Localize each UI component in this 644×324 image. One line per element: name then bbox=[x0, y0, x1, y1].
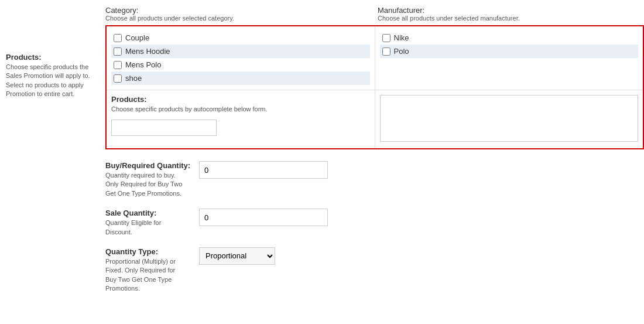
category-label-mens-polo: Mens Polo bbox=[125, 60, 161, 69]
manufacturer-label-polo: Polo bbox=[394, 47, 409, 56]
buy-required-qty-section: Buy/Required Quantity: Quantity required… bbox=[105, 161, 644, 198]
manufacturer-label-nike: Nike bbox=[394, 33, 409, 42]
manufacturer-header: Manufacturer: Choose all products under … bbox=[378, 6, 644, 22]
category-label-mens-hoodie: Mens Hoodie bbox=[125, 47, 170, 56]
sale-qty-desc1: Quantity Eligible for bbox=[105, 219, 193, 227]
sale-qty-input[interactable] bbox=[199, 209, 328, 226]
quantity-type-desc1: Proportional (Multiply) or bbox=[105, 257, 193, 266]
category-label-shoe: shoe bbox=[125, 74, 142, 83]
products-sidebar-desc: Choose specific products the Sales Promo… bbox=[6, 63, 94, 99]
quantity-type-input-col: Proportional Fixed bbox=[199, 247, 644, 265]
quantity-type-desc4: Promotions. bbox=[105, 284, 193, 293]
products-textarea[interactable] bbox=[380, 95, 639, 142]
sale-qty-section: Sale Quantity: Quantity Eligible for Dis… bbox=[105, 209, 644, 237]
quantity-type-select[interactable]: Proportional Fixed bbox=[199, 247, 275, 265]
buy-required-qty-label-col: Buy/Required Quantity: Quantity required… bbox=[105, 161, 199, 198]
manufacturer-item-polo[interactable]: Polo bbox=[380, 45, 639, 58]
category-list-col: Couple Mens Hoodie Mens Polo shoe bbox=[107, 26, 375, 90]
category-item-couple[interactable]: Couple bbox=[111, 31, 370, 45]
buy-required-qty-desc2: Only Required for Buy Two bbox=[105, 180, 193, 189]
buy-required-qty-desc3: Get One Type Promotions. bbox=[105, 189, 193, 198]
manufacturer-desc: Choose all products under selected manuf… bbox=[378, 15, 644, 22]
quantity-type-desc3: Buy Two Get One Type bbox=[105, 275, 193, 284]
category-checkbox-mens-hoodie[interactable] bbox=[114, 47, 122, 56]
category-item-mens-hoodie[interactable]: Mens Hoodie bbox=[111, 45, 370, 58]
category-checkbox-couple[interactable] bbox=[114, 34, 122, 42]
products-subsection-desc: Choose specific products by autocomplete… bbox=[111, 105, 370, 114]
products-autocomplete-input[interactable] bbox=[111, 120, 217, 136]
products-selected-list bbox=[375, 90, 643, 148]
manufacturer-title: Manufacturer: bbox=[378, 6, 644, 15]
top-headers-row: Category: Choose all products under sele… bbox=[105, 6, 644, 22]
quantity-type-section: Quantity Type: Proportional (Multiply) o… bbox=[105, 247, 644, 294]
category-header: Category: Choose all products under sele… bbox=[105, 6, 372, 22]
sale-qty-label-col: Sale Quantity: Quantity Eligible for Dis… bbox=[105, 209, 199, 237]
products-autocomplete-col: Products: Choose specific products by au… bbox=[107, 90, 375, 148]
products-panel: Couple Mens Hoodie Mens Polo shoe bbox=[105, 25, 644, 149]
category-item-mens-polo[interactable]: Mens Polo bbox=[111, 58, 370, 71]
products-subsection-title: Products: bbox=[111, 95, 370, 104]
sale-qty-input-col bbox=[199, 209, 644, 226]
quantity-type-label: Quantity Type: bbox=[105, 247, 193, 256]
quantity-type-desc2: Fixed. Only Required for bbox=[105, 266, 193, 275]
category-checkbox-shoe[interactable] bbox=[114, 74, 122, 83]
products-top-row: Couple Mens Hoodie Mens Polo shoe bbox=[107, 26, 643, 90]
buy-required-qty-input-col bbox=[199, 161, 644, 179]
manufacturer-checkbox-polo[interactable] bbox=[382, 47, 390, 56]
buy-required-qty-desc1: Quantity required to buy. bbox=[105, 171, 193, 180]
category-title: Category: bbox=[105, 6, 372, 15]
products-sidebar-label: Products: bbox=[6, 53, 94, 62]
buy-required-qty-input[interactable] bbox=[199, 161, 328, 179]
sale-qty-label: Sale Quantity: bbox=[105, 209, 193, 217]
manufacturer-item-nike[interactable]: Nike bbox=[380, 31, 639, 45]
sale-qty-desc2: Discount. bbox=[105, 228, 193, 237]
category-checkbox-mens-polo[interactable] bbox=[114, 61, 122, 69]
quantity-type-label-col: Quantity Type: Proportional (Multiply) o… bbox=[105, 247, 199, 294]
manufacturer-list-col: Nike Polo bbox=[375, 26, 643, 90]
category-item-shoe[interactable]: shoe bbox=[111, 71, 370, 85]
category-desc: Choose all products under selected categ… bbox=[105, 15, 372, 22]
buy-required-qty-label: Buy/Required Quantity: bbox=[105, 161, 193, 170]
products-bottom-row: Products: Choose specific products by au… bbox=[107, 90, 643, 148]
category-label-couple: Couple bbox=[125, 33, 149, 42]
manufacturer-checkbox-nike[interactable] bbox=[382, 34, 390, 42]
